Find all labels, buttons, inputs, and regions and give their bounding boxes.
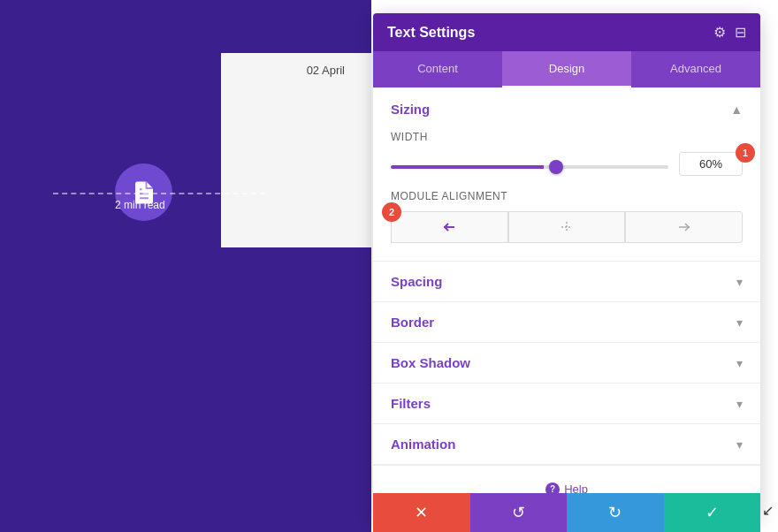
- tab-bar: Content Design Advanced: [373, 51, 760, 87]
- align-left-button[interactable]: [391, 211, 508, 243]
- tab-advanced[interactable]: Advanced: [631, 51, 760, 87]
- width-slider[interactable]: [391, 165, 668, 169]
- width-slider-row: 1: [391, 152, 743, 176]
- section-filters-arrow: ▾: [736, 397, 743, 411]
- canvas-background: 02 April 2 min read: [0, 0, 371, 532]
- panel-title: Text Settings: [387, 25, 475, 41]
- width-value-input[interactable]: [679, 152, 743, 176]
- tab-content[interactable]: Content: [373, 51, 502, 87]
- cancel-button[interactable]: ✕: [373, 493, 470, 532]
- tab-design[interactable]: Design: [502, 51, 631, 87]
- section-border-arrow: ▾: [736, 315, 743, 330]
- alignment-buttons: 2: [391, 211, 743, 243]
- section-border: Border ▾: [373, 302, 760, 343]
- section-box-shadow: Box Shadow ▾: [373, 343, 760, 384]
- canvas-date: 02 April: [307, 64, 345, 77]
- badge-2: 2: [382, 202, 401, 222]
- panel-body: Sizing ▲ Width 1 Module Alignment: [373, 87, 760, 519]
- canvas-card: [221, 53, 371, 247]
- section-spacing-title: Spacing: [391, 274, 442, 289]
- alignment-label: Module Alignment: [391, 190, 743, 202]
- cancel-icon: ✕: [415, 503, 428, 522]
- dashed-divider: [53, 193, 265, 194]
- columns-icon[interactable]: ⊟: [735, 24, 746, 41]
- width-slider-container: [391, 156, 668, 172]
- read-time-label: 2 min read: [115, 199, 165, 211]
- section-animation-title: Animation: [391, 437, 455, 452]
- section-sizing-content: Width 1 Module Alignment 2: [373, 131, 760, 261]
- settings-icon[interactable]: ⚙: [713, 24, 726, 41]
- section-box-shadow-arrow: ▾: [736, 356, 743, 370]
- badge-1: 1: [736, 143, 755, 163]
- cursor-indicator: ↙: [762, 502, 774, 519]
- width-value-wrapper: 1: [679, 152, 743, 176]
- section-sizing-header[interactable]: Sizing ▲: [373, 87, 760, 131]
- align-right-button[interactable]: [625, 211, 743, 243]
- section-sizing: Sizing ▲ Width 1 Module Alignment: [373, 87, 760, 262]
- save-button[interactable]: ✓: [664, 493, 761, 532]
- section-box-shadow-header[interactable]: Box Shadow ▾: [373, 343, 760, 383]
- section-filters-title: Filters: [391, 396, 431, 411]
- section-sizing-title: Sizing: [391, 102, 430, 117]
- section-animation-header[interactable]: Animation ▾: [373, 424, 760, 464]
- panel-header: Text Settings ⚙ ⊟: [373, 13, 760, 51]
- width-label: Width: [391, 131, 743, 143]
- section-filters: Filters ▾: [373, 384, 760, 424]
- section-animation-arrow: ▾: [736, 437, 743, 452]
- section-border-header[interactable]: Border ▾: [373, 302, 760, 342]
- reset-icon: ↺: [512, 503, 525, 522]
- section-spacing-arrow: ▾: [736, 275, 743, 289]
- panel-header-icons: ⚙ ⊟: [713, 24, 746, 41]
- redo-button[interactable]: ↻: [567, 493, 664, 532]
- redo-icon: ↻: [608, 503, 622, 522]
- save-icon: ✓: [706, 503, 719, 522]
- section-box-shadow-title: Box Shadow: [391, 355, 470, 370]
- section-animation: Animation ▾: [373, 424, 760, 465]
- align-center-button[interactable]: [508, 211, 626, 243]
- section-spacing: Spacing ▾: [373, 262, 760, 302]
- bottom-action-bar: ✕ ↺ ↻ ✓: [373, 493, 760, 532]
- settings-panel: Text Settings ⚙ ⊟ Content Design Advance…: [373, 13, 760, 519]
- section-border-title: Border: [391, 315, 434, 330]
- section-spacing-header[interactable]: Spacing ▾: [373, 262, 760, 301]
- section-filters-header[interactable]: Filters ▾: [373, 384, 760, 423]
- reset-button[interactable]: ↺: [470, 493, 568, 532]
- section-sizing-arrow: ▲: [730, 103, 743, 117]
